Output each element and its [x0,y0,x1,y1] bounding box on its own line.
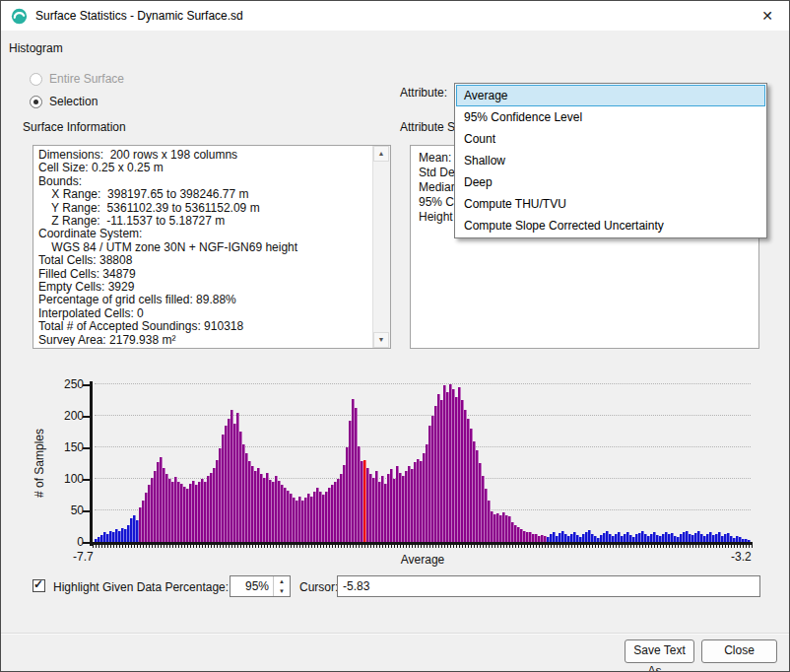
histogram-bars [95,384,751,542]
dropdown-option[interactable]: 95% Confidence Level [456,106,765,128]
dropdown-option[interactable]: Shallow [456,150,765,171]
attribute-dropdown-list[interactable]: Average95% Confidence LevelCountShallowD… [454,83,767,238]
y-tick-label: 0 [50,535,84,549]
surface-info-line: Y Range: 5361102.39 to 5361152.09 m [38,202,370,215]
y-tick-label: 250 [50,377,84,391]
surface-info-line: Z Range: -11.1537 to 5.18727 m [38,215,370,228]
surface-info-scrollbar[interactable]: ▲ ▼ [372,146,390,348]
dropdown-option[interactable]: Compute THU/TVU [456,193,765,215]
highlight-checkbox[interactable]: ✓ [33,579,45,592]
window-title: Surface Statistics - Dynamic Surface.sd [35,9,243,23]
surface-info-text: Dimensions: 200 rows x 198 columnsCell S… [38,149,370,346]
y-axis-labels: 050100150200250 [52,382,86,542]
radio-selection-label: Selection [49,95,98,108]
scroll-up-icon[interactable]: ▲ [373,146,389,162]
surface-info-line: X Range: 398197.65 to 398246.77 m [38,188,370,201]
surface-info-line: Total # of Accepted Soundings: 910318 [38,320,370,333]
dropdown-option[interactable]: Count [456,128,765,150]
radio-selection[interactable]: Selection [30,95,98,108]
close-icon[interactable]: ✕ [758,7,776,25]
radio-entire-surface-label: Entire Surface [49,72,124,86]
surface-info-line: Coordinate System: [38,228,370,240]
histogram-plot-area[interactable] [95,384,751,542]
title-bar: Surface Statistics - Dynamic Surface.sd … [1,1,789,31]
y-tick-label: 100 [50,472,84,486]
x-axis-title: Average [95,553,751,567]
surface-information-label: Surface Information [23,120,126,134]
radio-entire-surface-circle [30,73,42,86]
cursor-field[interactable]: -5.83 [337,575,760,597]
surface-information-box: Dimensions: 200 rows x 198 columnsCell S… [33,145,391,349]
surface-info-line: Empty Cells: 3929 [38,281,370,294]
surface-info-line: Filled Cells: 34879 [38,268,370,281]
surface-info-line: Survey Area: 2179.938 m² [38,334,370,346]
highlight-label: Highlight Given Data Percentage: [53,580,229,594]
check-icon: ✓ [33,577,43,591]
percentage-spinner[interactable]: 95% ▲ ▼ [230,575,291,597]
dropdown-option[interactable]: Compute Slope Corrected Uncertainty [456,215,765,236]
surface-info-line: Percentage of grid cells filled: 89.88% [38,294,370,306]
spinner-buttons[interactable]: ▲ ▼ [273,576,290,596]
save-text-as-button[interactable]: Save Text As... [625,639,694,663]
surface-info-line: WGS 84 / UTM zone 30N + NGF-IGN69 height [38,241,370,254]
separator [1,633,789,635]
y-axis-title: # of Samples [31,383,48,542]
dropdown-option[interactable]: Deep [456,171,765,193]
x-axis-minor-ticks [93,545,753,548]
spin-down-icon[interactable]: ▼ [274,586,290,596]
scroll-down-icon[interactable]: ▼ [373,332,389,348]
y-tick-label: 50 [50,504,84,517]
y-tick-label: 200 [50,409,84,423]
histogram-section-label: Histogram [9,41,63,55]
surface-info-line: Dimensions: 200 rows x 198 columns [38,149,370,162]
surface-info-line: Cell Size: 0.25 x 0.25 m [38,162,370,174]
radio-entire-surface: Entire Surface [30,72,124,86]
x-min-label: -7.7 [73,550,94,564]
close-button[interactable]: Close [701,639,777,663]
y-tick-label: 150 [50,440,84,454]
dropdown-option[interactable]: Average [456,85,765,106]
radio-selection-circle[interactable] [30,96,42,108]
x-max-label: -3.2 [731,550,752,564]
percentage-value[interactable]: 95% [230,576,273,596]
cursor-label: Cursor: [299,580,338,594]
surface-info-line: Interpolated Cells: 0 [38,307,370,320]
app-icon [11,8,28,25]
y-axis-line [90,381,93,546]
surface-info-line: Total Cells: 38808 [38,254,370,267]
surface-info-line: Bounds: [38,175,370,188]
attribute-label: Attribute: [400,86,447,100]
spin-up-icon[interactable]: ▲ [274,576,290,586]
surface-statistics-dialog: Surface Statistics - Dynamic Surface.sd … [0,0,790,672]
